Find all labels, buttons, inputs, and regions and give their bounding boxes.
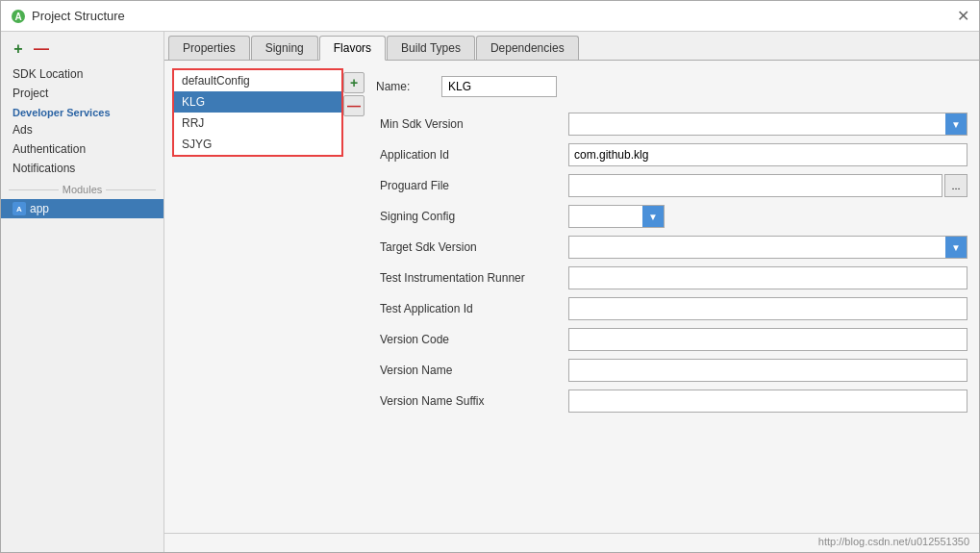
modules-label: Modules [63,184,103,195]
application-id-input[interactable] [568,143,967,166]
min-sdk-version-arrow[interactable]: ▼ [945,113,967,135]
field-signing-config: ▼ [565,201,971,232]
label-test-application-id: Test Application Id [372,293,565,324]
sidebar-item-authentication[interactable]: Authentication [1,139,163,159]
window-title: Project Structure [32,9,125,23]
flavor-item-sjyg[interactable]: SJYG [174,134,341,155]
signing-config-dropdown[interactable]: ▼ [568,205,665,228]
test-application-id-input[interactable] [568,297,967,320]
sidebar-add-button[interactable]: + [9,39,28,59]
flavor-remove-button[interactable]: — [343,95,364,116]
sidebar-item-project[interactable]: Project [1,84,163,103]
flavor-list-panel: defaultConfig KLG RRJ SJYG + — [172,68,364,525]
app-icon: A [11,9,26,24]
name-input[interactable] [441,76,557,97]
sidebar-remove-button[interactable]: — [32,39,51,59]
tab-flavors[interactable]: Flavors [319,36,386,61]
label-proguard-file: Proguard File [372,170,565,201]
label-test-instrumentation-runner: Test Instrumentation Runner [372,263,565,293]
label-application-id: Application Id [372,139,565,170]
field-version-name-suffix [565,386,971,416]
tab-build-types[interactable]: Build Types [387,36,475,60]
label-signing-config: Signing Config [372,201,565,232]
name-label: Name: [376,80,434,93]
flavor-list-row: defaultConfig KLG RRJ SJYG + — [172,68,364,157]
field-version-name [565,355,971,386]
flavor-add-button[interactable]: + [343,72,364,93]
sidebar-item-sdk-location[interactable]: SDK Location [1,64,163,84]
right-panel: Properties Signing Flavors Build Types D… [164,32,979,552]
title-bar-left: A Project Structure [11,9,125,24]
status-text: http://blog.csdn.net/u012551350 [818,536,969,547]
close-button[interactable]: ✕ [957,9,969,24]
flavor-item-rrj[interactable]: RRJ [174,113,341,134]
proguard-browse-button[interactable]: ... [944,174,967,197]
test-instrumentation-runner-input[interactable] [568,266,967,289]
flavor-list-container: defaultConfig KLG RRJ SJYG [172,68,343,157]
field-application-id [565,139,971,170]
form-panel: Name: Min Sdk Version ▼ [372,68,971,525]
content-area: defaultConfig KLG RRJ SJYG + — [164,61,979,533]
tab-dependencies[interactable]: Dependencies [476,36,579,60]
status-bar: http://blog.csdn.net/u012551350 [164,533,979,552]
target-sdk-version-text [569,244,945,250]
name-row: Name: [372,68,971,109]
label-version-name-suffix: Version Name Suffix [372,386,565,416]
version-name-input[interactable] [568,359,967,382]
field-version-code [565,324,971,355]
flavor-item-klg[interactable]: KLG [174,91,341,113]
flavor-list-toolbar: + — [343,68,364,157]
field-proguard-file: ... [565,170,971,201]
min-sdk-version-dropdown[interactable]: ▼ [568,113,967,136]
label-version-name: Version Name [372,355,565,386]
svg-text:A: A [16,205,22,214]
tabs-bar: Properties Signing Flavors Build Types D… [164,32,979,61]
sidebar-item-app[interactable]: A app [1,199,163,218]
flavor-item-defaultconfig[interactable]: defaultConfig [174,70,341,91]
app-module-label: app [30,202,49,215]
min-sdk-version-text [569,121,945,127]
sidebar-toolbar: + — [1,38,163,64]
main-content: + — SDK Location Project Developer Servi… [1,32,979,552]
tab-properties[interactable]: Properties [168,36,250,60]
sidebar-item-notifications[interactable]: Notifications [1,159,163,178]
sidebar-item-ads[interactable]: Ads [1,120,163,139]
sidebar: + — SDK Location Project Developer Servi… [1,32,164,552]
form-table: Min Sdk Version ▼ Application Id [372,109,971,416]
field-target-sdk-version: ▼ [565,232,971,263]
title-bar: A Project Structure ✕ [1,1,979,32]
app-module-icon: A [13,202,26,215]
version-name-suffix-input[interactable] [568,390,967,413]
signing-config-text [569,214,642,219]
signing-config-arrow[interactable]: ▼ [642,206,664,227]
field-test-instrumentation-runner [565,263,971,293]
svg-text:A: A [14,12,21,22]
target-sdk-version-arrow[interactable]: ▼ [945,237,967,258]
modules-divider: Modules [1,178,163,199]
field-test-application-id [565,293,971,324]
target-sdk-version-dropdown[interactable]: ▼ [568,236,967,259]
version-code-input[interactable] [568,328,967,351]
project-structure-window: A Project Structure ✕ + — SDK Location P… [0,0,980,553]
label-version-code: Version Code [372,324,565,355]
label-min-sdk-version: Min Sdk Version [372,109,565,139]
proguard-file-input[interactable] [568,174,942,197]
sidebar-section-developer-services[interactable]: Developer Services [1,103,163,120]
tab-signing[interactable]: Signing [251,36,318,60]
field-min-sdk-version: ▼ [565,109,971,139]
label-target-sdk-version: Target Sdk Version [372,232,565,263]
